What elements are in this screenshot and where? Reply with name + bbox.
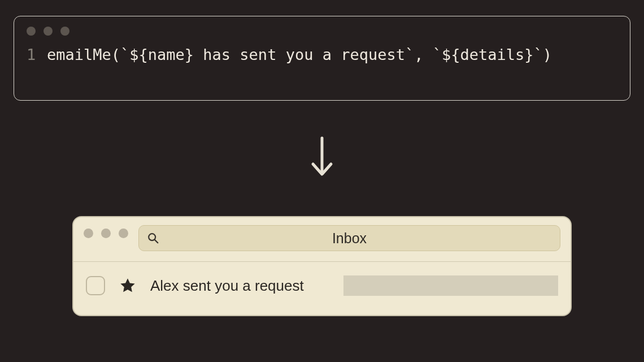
traffic-dot-minimize[interactable]: [43, 27, 53, 36]
select-checkbox[interactable]: [86, 276, 105, 295]
traffic-lights: [27, 27, 617, 36]
email-client-window: Inbox Alex sent you a request: [72, 216, 572, 316]
email-toolbar: Inbox: [73, 217, 571, 262]
traffic-dot-minimize[interactable]: [101, 229, 111, 238]
traffic-dot-zoom[interactable]: [60, 27, 69, 36]
search-icon: [147, 232, 159, 244]
email-subject: Alex sent you a request: [150, 277, 304, 295]
search-bar[interactable]: Inbox: [138, 225, 560, 251]
email-row[interactable]: Alex sent you a request: [73, 262, 571, 315]
code-line: 1 emailMe(`${name} has sent you a reques…: [27, 46, 617, 63]
flow-arrow: [0, 136, 644, 179]
traffic-dot-zoom[interactable]: [119, 229, 128, 238]
traffic-dot-close[interactable]: [84, 229, 93, 238]
code-content: emailMe(`${name} has sent you a request`…: [47, 46, 552, 63]
traffic-dot-close[interactable]: [27, 27, 36, 36]
arrow-down-icon: [308, 136, 336, 179]
code-editor-window: 1 emailMe(`${name} has sent you a reques…: [14, 16, 630, 101]
mailbox-title: Inbox: [139, 230, 560, 247]
svg-line-2: [155, 240, 158, 243]
traffic-lights: [84, 229, 128, 238]
line-number: 1: [27, 46, 47, 63]
email-preview-placeholder: [343, 275, 558, 296]
star-icon[interactable]: [119, 277, 137, 295]
